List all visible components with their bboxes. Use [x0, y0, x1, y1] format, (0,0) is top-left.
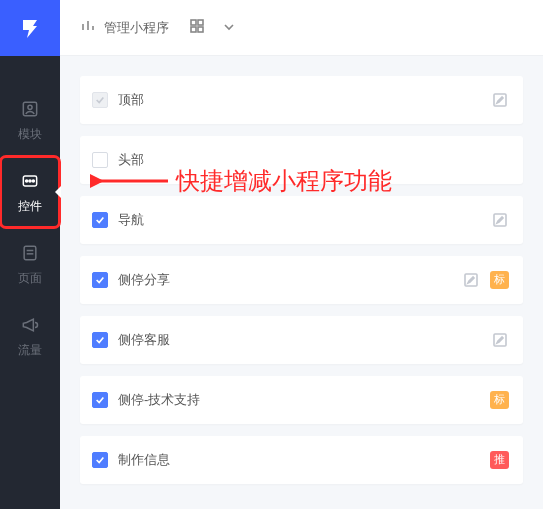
sidebar-item-label: 流量 — [18, 342, 42, 359]
edit-icon[interactable] — [491, 331, 509, 349]
widget-icon — [19, 170, 41, 192]
svg-rect-15 — [198, 27, 203, 32]
svg-point-3 — [26, 179, 28, 181]
module-icon — [19, 98, 41, 120]
grid-icon — [189, 18, 205, 38]
svg-rect-14 — [191, 27, 196, 32]
checkbox[interactable] — [92, 332, 108, 348]
sidebar-item-widgets[interactable]: 控件 — [0, 156, 60, 228]
svg-point-1 — [28, 105, 32, 109]
edit-icon[interactable] — [491, 211, 509, 229]
top-toolbar: 管理小程序 — [60, 0, 543, 56]
manage-miniapp-label: 管理小程序 — [104, 19, 169, 37]
sidebar-item-label: 页面 — [18, 270, 42, 287]
edit-icon[interactable] — [462, 271, 480, 289]
widget-card[interactable]: 制作信息推 — [80, 436, 523, 484]
left-sidebar: 模块 控件 页面 流量 — [0, 0, 60, 509]
widget-card-label: 头部 — [118, 151, 144, 169]
widget-list: 顶部头部导航侧停分享标侧停客服侧停-技术支持标制作信息推 — [80, 76, 523, 484]
sidebar-item-label: 模块 — [18, 126, 42, 143]
widget-card[interactable]: 顶部 — [80, 76, 523, 124]
manage-miniapp-button[interactable]: 管理小程序 — [80, 18, 169, 37]
widget-card-label: 侧停客服 — [118, 331, 170, 349]
widget-card[interactable]: 导航 — [80, 196, 523, 244]
checkbox[interactable] — [92, 212, 108, 228]
svg-point-4 — [29, 179, 31, 181]
widget-card[interactable]: 侧停分享标 — [80, 256, 523, 304]
tag-badge: 标 — [490, 391, 509, 408]
checkbox — [92, 92, 108, 108]
widget-card[interactable]: 头部 — [80, 136, 523, 184]
svg-rect-12 — [191, 20, 196, 25]
checkbox[interactable] — [92, 392, 108, 408]
bars-icon — [80, 18, 96, 37]
checkbox[interactable] — [92, 152, 108, 168]
widget-card-label: 制作信息 — [118, 451, 170, 469]
widget-card-label: 顶部 — [118, 91, 144, 109]
sidebar-item-pages[interactable]: 页面 — [0, 228, 60, 300]
widget-card-label: 侧停分享 — [118, 271, 170, 289]
megaphone-icon — [19, 314, 41, 336]
app-logo[interactable] — [0, 0, 60, 56]
chevron-down-icon — [223, 19, 235, 37]
widget-card-label: 侧停-技术支持 — [118, 391, 200, 409]
svg-rect-6 — [24, 246, 36, 259]
tag-badge: 标 — [490, 271, 509, 288]
checkbox[interactable] — [92, 452, 108, 468]
sidebar-item-modules[interactable]: 模块 — [0, 84, 60, 156]
widget-card[interactable]: 侧停客服 — [80, 316, 523, 364]
svg-rect-13 — [198, 20, 203, 25]
svg-point-5 — [32, 179, 34, 181]
widget-card[interactable]: 侧停-技术支持标 — [80, 376, 523, 424]
edit-icon[interactable] — [491, 91, 509, 109]
checkbox[interactable] — [92, 272, 108, 288]
sidebar-item-label: 控件 — [18, 198, 42, 215]
page-icon — [19, 242, 41, 264]
sidebar-item-traffic[interactable]: 流量 — [0, 300, 60, 372]
active-caret — [55, 186, 61, 198]
tag-badge: 推 — [490, 451, 509, 468]
widget-card-label: 导航 — [118, 211, 144, 229]
layout-dropdown[interactable] — [189, 18, 235, 38]
